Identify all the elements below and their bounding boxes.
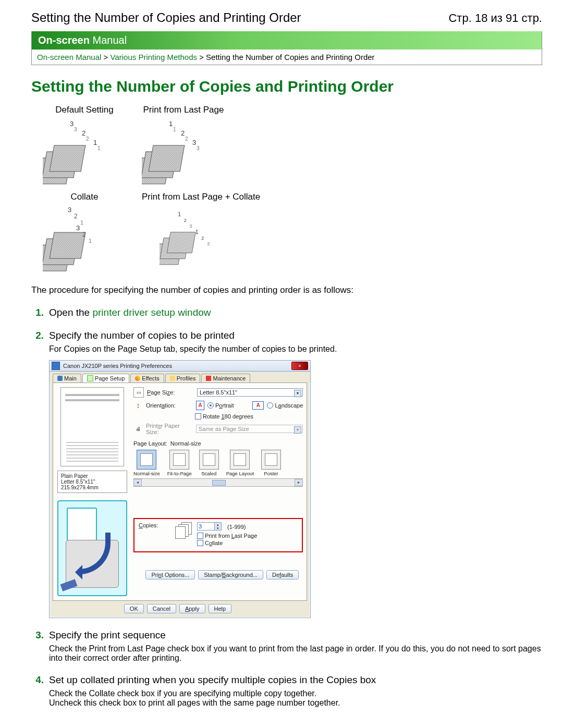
page-layout-label: Page Layout:	[133, 440, 167, 447]
step-3-title: Specify the print sequence	[49, 630, 542, 641]
step-3: 3. Specify the print sequence Check the …	[31, 630, 542, 663]
dialog-panel: Plain Paper Letter 8.5"x11" 215.9x279.4m…	[53, 382, 307, 601]
close-button[interactable]: ×	[291, 362, 308, 370]
svg-text:2: 2	[82, 129, 85, 137]
svg-text:1: 1	[178, 212, 181, 217]
printer-illustration	[57, 500, 127, 596]
print-from-last-page-checkbox[interactable]: Print from Last Page	[197, 533, 298, 539]
step-4-desc2: Uncheck this check box to print all page…	[49, 698, 542, 708]
svg-text:2: 2	[201, 235, 204, 241]
option-caption-lastpage: Print from Last Page	[142, 105, 225, 115]
layout-scrollbar[interactable]: ◂ ▸	[133, 478, 303, 487]
spin-up-button[interactable]: ▴	[215, 523, 221, 526]
dropdown-icon: ▾	[294, 426, 301, 434]
manual-header-text: On-screen Manual	[38, 34, 127, 46]
dropdown-icon: ▾	[294, 390, 301, 397]
tab-maintenance[interactable]: Maintenance	[201, 374, 250, 382]
landscape-radio[interactable]: Landscape	[267, 402, 303, 409]
layout-poster[interactable]	[261, 450, 281, 470]
svg-text:3: 3	[189, 224, 192, 229]
manual-header: On-screen Manual	[32, 31, 542, 50]
cancel-button[interactable]: Cancel	[147, 604, 176, 613]
dialog-title-text: Canon JX210P series Printing Preferences	[63, 363, 172, 369]
step-4-title: Set up collated printing when you specif…	[49, 674, 542, 686]
svg-text:1: 1	[169, 120, 173, 128]
breadcrumb-link-home[interactable]: On-screen Manual	[37, 53, 101, 61]
tab-profiles[interactable]: Profiles	[165, 374, 201, 382]
copies-stack-icon	[175, 522, 192, 539]
copies-spinner[interactable]: ▴▾	[197, 522, 222, 530]
svg-rect-12	[149, 145, 185, 171]
svg-text:3: 3	[197, 145, 200, 151]
stamp-background-button[interactable]: Stamp/Background...	[198, 570, 263, 579]
media-line2: Letter 8.5"x11" 215.9x279.4mm	[61, 479, 124, 490]
step-1: 1. Open the printer driver setup window	[31, 307, 542, 318]
figure-collate: 3 2 1 3 2 1	[43, 205, 126, 273]
orientation-icon: ↕	[133, 401, 143, 410]
scroll-right-button[interactable]: ▸	[295, 479, 303, 486]
effects-icon	[135, 376, 140, 381]
svg-rect-3	[50, 145, 85, 171]
page-indicator: Стр. 18 из 91 стр.	[448, 11, 542, 25]
defaults-button[interactable]: Defaults	[266, 570, 299, 579]
step-2-title: Specify the number of copies to be print…	[49, 330, 542, 341]
collate-checkbox[interactable]: Collate	[197, 540, 298, 546]
page-title: Setting the Number of Copies and Printin…	[31, 78, 542, 95]
manual-frame: On-screen Manual On-screen Manual > Vari…	[31, 31, 542, 65]
step-2: 2. Specify the number of copies to be pr…	[31, 330, 542, 618]
copies-range: (1-999)	[227, 524, 246, 530]
step-4-desc1: Check the Collate check box if you are s…	[49, 689, 542, 698]
copies-input[interactable]	[197, 522, 215, 530]
breadcrumb-current: Setting the Number of Copies and Printin…	[206, 53, 375, 61]
svg-rect-30	[167, 232, 195, 253]
page-layout-options: Normal-size Fit-to-Page Scaled Page Layo…	[133, 450, 303, 476]
svg-text:3: 3	[76, 224, 80, 232]
help-button[interactable]: Help	[209, 604, 232, 613]
spin-down-button[interactable]: ▾	[215, 526, 221, 530]
portrait-radio[interactable]: Portrait	[207, 402, 234, 409]
printer-driver-setup-window-link[interactable]: printer driver setup window	[92, 307, 211, 318]
doc-title: Setting the Number of Copies and Printin…	[31, 10, 301, 25]
tab-page-setup[interactable]: Page Setup	[82, 374, 130, 382]
dialog-titlebar[interactable]: Canon JX210P series Printing Preferences…	[50, 361, 310, 372]
scroll-thumb[interactable]	[212, 480, 226, 486]
step-number: 4.	[31, 674, 44, 708]
svg-text:2: 2	[74, 213, 78, 220]
layout-fit-to-page[interactable]	[169, 450, 189, 470]
option-caption-collate: Collate	[43, 192, 126, 202]
breadcrumb-link-methods[interactable]: Various Printing Methods	[111, 53, 197, 61]
svg-text:2: 2	[185, 136, 188, 142]
layout-normal-size[interactable]	[137, 450, 156, 470]
svg-text:3: 3	[192, 139, 196, 146]
print-options-button[interactable]: Print Options...	[145, 570, 195, 579]
dialog-tabstrip: Main Page Setup Effects Profiles Mainten…	[50, 372, 310, 382]
svg-text:2: 2	[82, 231, 86, 238]
page-layout-value: Normal-size	[170, 440, 201, 447]
layout-page-layout[interactable]	[230, 450, 250, 470]
tab-main[interactable]: Main	[53, 374, 81, 382]
intro-paragraph: The procedure for specifying the number …	[31, 285, 542, 295]
step-number: 3.	[31, 630, 44, 663]
svg-rect-21	[50, 232, 85, 258]
printing-preferences-dialog: Canon JX210P series Printing Preferences…	[49, 360, 311, 618]
apply-button[interactable]: Apply	[179, 604, 205, 613]
svg-text:2: 2	[181, 129, 185, 137]
ok-button[interactable]: OK	[124, 604, 144, 613]
svg-text:2: 2	[183, 217, 186, 223]
layout-scaled[interactable]	[199, 450, 219, 470]
portrait-icon: A	[196, 401, 204, 410]
step-1-prefix: Open the	[49, 307, 92, 318]
copies-highlight-box: Copies: ▴▾ (1-9	[133, 518, 303, 552]
printer-paper-size-combo: Same as Page Size ▾	[196, 425, 303, 433]
rotate-180-checkbox[interactable]: Rotate 180 degrees	[195, 413, 253, 419]
page-size-combo[interactable]: Letter 8.5"x11" ▾	[197, 388, 303, 397]
tab-effects[interactable]: Effects	[130, 374, 164, 382]
copies-label: Copies:	[139, 522, 170, 528]
figure-lastpage-collate: 1 2 3 1 2 3	[160, 205, 243, 273]
svg-text:1: 1	[93, 139, 97, 146]
step-3-desc: Check the Print from Last Page check box…	[49, 644, 542, 663]
step-number: 1.	[31, 307, 44, 318]
orientation-label: Orientation:	[146, 402, 193, 409]
svg-text:3: 3	[207, 241, 210, 246]
scroll-left-button[interactable]: ◂	[133, 479, 142, 486]
